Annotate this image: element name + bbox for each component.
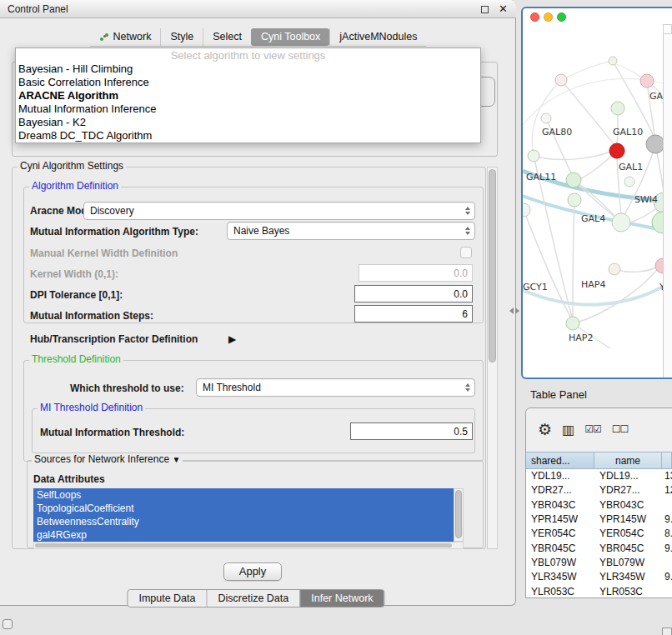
bottom-tab-bar: Impute DataDiscretize DataInfer Network	[127, 589, 384, 608]
kernel-width-label: Kernel Width (0,1):	[30, 268, 118, 280]
table-cell: 9.	[662, 570, 672, 584]
node-label-gcy1: GCY1	[523, 282, 548, 292]
zoom-traffic-light-icon[interactable]	[557, 12, 566, 22]
network-scrollbar[interactable]	[663, 24, 672, 378]
network-node[interactable]	[609, 143, 624, 158]
hub-section-label[interactable]: Hub/Transcription Factor Definition	[30, 333, 198, 345]
algorithm-option-mutual-information-inference[interactable]: Mutual Information Inference	[16, 102, 480, 116]
panel-divider-right-icon[interactable]	[515, 308, 519, 314]
network-node[interactable]	[609, 263, 620, 275]
algorithm-definition-title: Algorithm Definition	[29, 180, 121, 192]
attribute-item-topologicalcoefficient[interactable]: TopologicalCoefficient	[33, 502, 454, 515]
columns-icon[interactable]: ▥	[562, 422, 574, 438]
network-edge[interactable]	[534, 152, 610, 159]
network-edge[interactable]	[561, 62, 609, 80]
network-node[interactable]	[566, 317, 579, 330]
table-row[interactable]: YBR043CYBR043C	[526, 498, 672, 512]
table-row[interactable]: YLR053CYLR053C	[526, 585, 672, 598]
node-label-gal1: GAL1	[619, 162, 643, 172]
column-header-2[interactable]	[662, 452, 672, 468]
kernel-width-field[interactable]	[359, 264, 473, 282]
column-header-name[interactable]: name	[594, 452, 662, 468]
table-cell: YBR045C	[526, 542, 594, 556]
attribute-item-betweennesscentrality[interactable]: BetweennessCentrality	[33, 515, 454, 528]
algorithm-placeholder: Select algorithm to view settings	[16, 48, 480, 62]
table-row[interactable]: YPR145WYPR145W9.	[526, 512, 672, 527]
gear-icon[interactable]: ⚙	[538, 420, 551, 439]
network-node[interactable]	[523, 203, 530, 217]
table-row[interactable]: YDR27...YDR27...12	[526, 483, 672, 498]
mi-steps-field[interactable]	[354, 305, 473, 322]
attribute-list-hscrollbar[interactable]	[33, 542, 464, 549]
stepper-arrows-icon	[465, 383, 470, 392]
table-cell: YBR043C	[594, 498, 662, 512]
bottom-tab-impute-data[interactable]: Impute Data	[128, 590, 206, 607]
settings-scrollbar-thumb[interactable]	[489, 169, 496, 362]
network-node[interactable]	[555, 74, 567, 86]
algorithm-option-basic-correlation-inference[interactable]: Basic Correlation Inference	[16, 76, 480, 89]
apply-button[interactable]: Apply	[223, 562, 282, 581]
mi-type-select[interactable]: Naive Bayes	[227, 222, 475, 240]
network-node[interactable]	[652, 212, 663, 233]
settings-scrollbar[interactable]	[487, 167, 498, 549]
table-cell: YER054C	[594, 527, 662, 541]
column-header-shared[interactable]: shared...	[526, 452, 594, 468]
table-row[interactable]: YLR345WYLR345W9.	[526, 570, 672, 584]
network-edge[interactable]	[573, 200, 574, 317]
mi-steps-label: Mutual Information Steps:	[30, 310, 153, 322]
dpi-tolerance-field[interactable]	[354, 285, 473, 302]
network-node[interactable]	[566, 172, 581, 188]
table-cell: 13	[662, 469, 672, 483]
which-threshold-select[interactable]: MI Threshold	[196, 378, 475, 397]
bottom-tab-infer-network[interactable]: Infer Network	[299, 590, 384, 607]
sources-group-title[interactable]: Sources for Network Inference ▼	[32, 453, 183, 465]
attribute-item-selfloops[interactable]: SelfLoops	[33, 488, 454, 502]
threshold-definition-title: Threshold Definition	[29, 353, 123, 365]
network-canvas[interactable]: GAL80GAL10GALGAL11GAL1SWI4GAL4GCY1HAP4HA…	[523, 25, 663, 376]
network-scrollbar-box[interactable]	[663, 24, 672, 34]
network-node[interactable]	[640, 74, 654, 88]
unchecked-pair-icon[interactable]: ☐☐	[612, 423, 629, 435]
checked-pair-icon[interactable]: ☑☑	[584, 423, 601, 435]
table-cell: 8.	[662, 527, 672, 541]
manual-kernel-checkbox[interactable]	[460, 247, 472, 258]
mi-type-value: Naive Bayes	[233, 225, 289, 237]
network-node[interactable]	[609, 57, 617, 65]
table-panel-title: Table Panel	[530, 388, 587, 401]
bottom-tab-discretize-data[interactable]: Discretize Data	[207, 590, 300, 607]
attribute-list-scrollbar[interactable]	[454, 488, 464, 542]
algorithm-option-aracne-algorithm[interactable]: ARACNE Algorithm	[16, 89, 480, 102]
table-row[interactable]: YBR045CYBR045C9.	[526, 542, 672, 556]
mi-threshold-field[interactable]	[350, 422, 473, 440]
panel-divider-left-icon[interactable]	[509, 308, 514, 314]
table-row[interactable]: YBL079WYBL079W	[526, 556, 672, 570]
close-traffic-light-icon[interactable]	[530, 12, 539, 22]
network-node[interactable]	[612, 213, 630, 232]
algorithm-option-bayesian-k2[interactable]: Bayesian - K2	[16, 116, 480, 129]
collapsed-arrow-icon[interactable]: ▶	[228, 333, 236, 345]
network-node[interactable]	[611, 102, 624, 115]
dock-panel-icon[interactable]	[3, 619, 13, 629]
node-label-gal: GAL	[649, 91, 663, 102]
algorithm-option-bayesian-hill-climbing[interactable]: Bayesian - Hill Climbing	[16, 62, 480, 76]
network-node[interactable]	[568, 193, 581, 207]
network-node[interactable]	[541, 113, 551, 123]
aracne-mode-value: Discovery	[90, 205, 134, 217]
table-cell: YPR145W	[594, 512, 662, 527]
attribute-list-scrollbar-thumb[interactable]	[455, 490, 462, 538]
network-node[interactable]	[624, 177, 634, 187]
attribute-list-hscrollbar-thumb[interactable]	[35, 543, 452, 548]
network-node[interactable]	[646, 135, 663, 153]
table-cell	[662, 556, 672, 570]
algorithm-option-dream8-dc-tdc-algorithm[interactable]: Dream8 DC_TDC Algorithm	[16, 129, 480, 142]
network-node[interactable]	[528, 150, 539, 162]
table-cell	[662, 585, 672, 598]
expanded-arrow-icon[interactable]: ▼	[172, 455, 180, 464]
dpi-tolerance-label: DPI Tolerance [0,1]:	[30, 289, 123, 301]
aracne-mode-select[interactable]: Discovery	[83, 202, 475, 220]
table-row[interactable]: YER054CYER054C8.	[526, 527, 672, 541]
sources-title-text: Sources for Network Inference	[34, 453, 169, 465]
attribute-item-gal4rgexp[interactable]: gal4RGexp	[33, 528, 454, 542]
minimize-traffic-light-icon[interactable]	[544, 12, 553, 22]
table-row[interactable]: YDL19...YDL19...13	[526, 469, 672, 483]
